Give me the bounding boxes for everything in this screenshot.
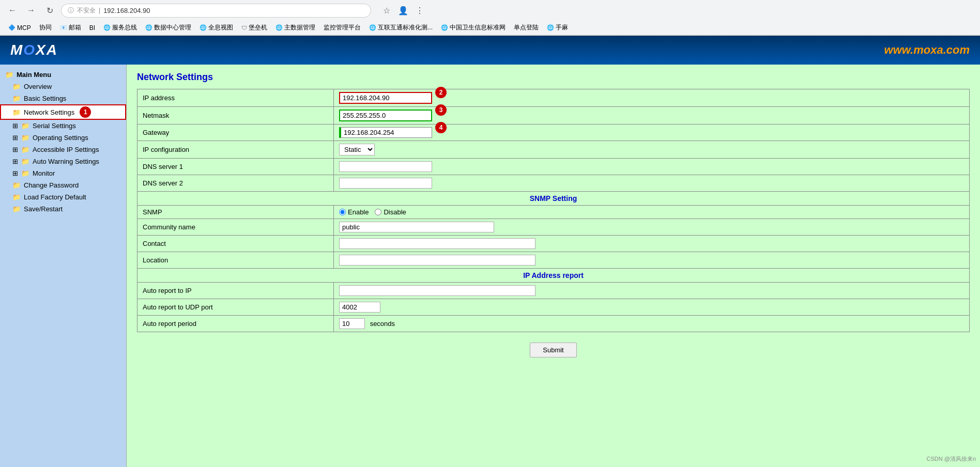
sidebar-item-save-restart[interactable]: 📁 Save/Restart	[0, 203, 126, 215]
auto-report-period-row: Auto report period seconds	[137, 316, 970, 332]
netmask-input[interactable]	[339, 110, 432, 121]
auto-report-ip-input[interactable]	[339, 285, 535, 296]
dns1-row: DNS server 1	[137, 159, 970, 175]
bookmark-bastion[interactable]: 🛡 堡垒机	[238, 22, 270, 33]
snmp-section-header: SNMP Setting	[137, 192, 970, 206]
snmp-enable-radio[interactable]	[339, 209, 346, 215]
dns2-input[interactable]	[339, 178, 432, 189]
contact-value-cell	[334, 236, 970, 252]
sidebar-label-serial: Serial Settings	[33, 122, 76, 130]
badge-2: 2	[435, 87, 447, 98]
bookmark-hologram[interactable]: 🌐 全息视图	[196, 22, 236, 33]
sidebar-label-overview: Overview	[24, 83, 52, 90]
ip-report-title: IP Address report	[137, 269, 970, 283]
address-bar[interactable]: ⓘ 不安全 | 192.168.204.90	[61, 4, 371, 18]
sidebar-item-serial-settings[interactable]: ⊞ 📁 Serial Settings	[0, 120, 126, 132]
sidebar-item-basic-settings[interactable]: 📁 Basic Settings	[0, 92, 126, 104]
sidebar-label-warning: Auto Warning Settings	[33, 158, 99, 165]
url-separator: |	[99, 7, 100, 14]
sidebar-item-change-password[interactable]: 📁 Change Password	[0, 179, 126, 191]
globe-icon-7: 🌐	[547, 24, 554, 31]
logo-accent: O	[23, 42, 36, 58]
dns2-value-cell	[334, 175, 970, 192]
auto-report-ip-label: Auto report to IP	[137, 283, 334, 299]
auto-report-udp-value-cell	[334, 299, 970, 316]
sidebar-item-accessible-ip[interactable]: ⊞ 📁 Accessible IP Settings	[0, 144, 126, 155]
community-row: Community name	[137, 219, 970, 236]
snmp-disable-radio[interactable]	[375, 209, 381, 215]
ip-config-value-cell: Static DHCP	[334, 141, 970, 159]
snmp-radio-group: Enable Disable	[339, 208, 964, 216]
folder-icon-operating: 📁	[21, 134, 29, 142]
contact-row: Contact	[137, 236, 970, 252]
back-button[interactable]: ←	[5, 3, 20, 18]
auto-report-period-input[interactable]	[339, 318, 365, 329]
security-icon: ⓘ	[68, 6, 74, 15]
bookmark-shouma-label: 手麻	[556, 23, 568, 32]
bookmark-datacenter[interactable]: 🌐 数据中心管理	[142, 22, 194, 33]
bookmark-hologram-label: 全息视图	[208, 23, 233, 32]
ip-address-row: IP address 2	[137, 89, 970, 107]
sidebar-item-monitor[interactable]: ⊞ 📁 Monitor	[0, 167, 126, 179]
community-input[interactable]	[339, 222, 494, 232]
sidebar-item-operating-settings[interactable]: ⊞ 📁 Operating Settings	[0, 132, 126, 144]
snmp-disable-label[interactable]: Disable	[375, 208, 406, 216]
forward-button[interactable]: →	[24, 3, 38, 18]
sidebar-item-auto-warning[interactable]: ⊞ 📁 Auto Warning Settings	[0, 155, 126, 167]
reload-button[interactable]: ↻	[42, 3, 57, 18]
bookmark-monitor[interactable]: 监控管理平台	[320, 22, 364, 33]
folder-icon-password: 📁	[12, 181, 21, 189]
globe-icon-2: 🌐	[145, 24, 152, 31]
dns1-input[interactable]	[339, 161, 432, 172]
bookmark-master-data[interactable]: 🌐 主数据管理	[272, 22, 318, 33]
ip-config-row: IP configuration Static DHCP	[137, 141, 970, 159]
ip-config-select[interactable]: Static DHCP	[339, 144, 375, 155]
sidebar-label-basic: Basic Settings	[24, 95, 66, 102]
main-content: Network Settings IP address 2 Netmask	[127, 65, 980, 467]
dns1-value-cell	[334, 159, 970, 175]
bookmark-datacenter-label: 数据中心管理	[154, 23, 191, 32]
bookmark-xietong[interactable]: 协同	[36, 22, 55, 33]
moxa-logo: MOXA	[10, 42, 58, 58]
sidebar-item-overview[interactable]: 📁 Overview	[0, 81, 126, 92]
ip-address-wrapper: 2	[339, 92, 432, 104]
bookmark-mcp[interactable]: 🔷 MCP	[5, 23, 34, 33]
auto-report-udp-input[interactable]	[339, 302, 380, 313]
bookmark-standard[interactable]: 🌐 互联互通标准化测...	[366, 22, 436, 33]
bookmark-email[interactable]: 📧 邮箱	[57, 22, 84, 33]
contact-input[interactable]	[339, 238, 535, 249]
location-label: Location	[137, 252, 334, 269]
bookmark-health-label: 中国卫生信息标准网	[450, 23, 506, 32]
content-inner: Network Settings IP address 2 Netmask	[127, 65, 980, 375]
gateway-row: Gateway 4	[137, 124, 970, 141]
bookmark-health[interactable]: 🌐 中国卫生信息标准网	[438, 22, 509, 33]
submit-button[interactable]: Submit	[530, 343, 576, 357]
bookmark-bi[interactable]: BI	[86, 23, 98, 33]
bookmark-service-bus[interactable]: 🌐 服务总线	[100, 22, 140, 33]
bookmark-sso[interactable]: 单点登陆	[511, 22, 542, 33]
expand-icon-warning: ⊞	[12, 158, 18, 165]
gateway-wrapper: 4	[339, 127, 432, 138]
sidebar-label-save: Save/Restart	[24, 205, 63, 213]
bookmark-master-data-label: 主数据管理	[284, 23, 315, 32]
folder-icon-factory: 📁	[12, 193, 21, 201]
ip-address-input[interactable]	[339, 92, 432, 104]
snmp-title: SNMP Setting	[137, 192, 970, 206]
sidebar-item-network-settings[interactable]: 📁 Network Settings 1	[0, 104, 126, 120]
browser-chrome: ← → ↻ ⓘ 不安全 | 192.168.204.90 ☆ 👤 ⋮ 🔷 MCP…	[0, 0, 980, 36]
snmp-value-cell: Enable Disable	[334, 206, 970, 219]
community-label: Community name	[137, 219, 334, 236]
bookmark-shouma[interactable]: 🌐 手麻	[544, 22, 571, 33]
moxa-header: MOXA www.moxa.com	[0, 36, 980, 65]
sidebar-item-load-factory[interactable]: 📁 Load Factory Default	[0, 191, 126, 203]
globe-icon-5: 🌐	[369, 24, 376, 31]
profile-button[interactable]: 👤	[396, 3, 410, 18]
snmp-enable-label[interactable]: Enable	[339, 208, 369, 216]
gateway-label: Gateway	[137, 124, 334, 141]
gateway-input[interactable]	[339, 127, 432, 138]
menu-button[interactable]: ⋮	[412, 3, 427, 18]
location-input[interactable]	[339, 255, 535, 266]
ip-report-section-header: IP Address report	[137, 269, 970, 283]
bookmark-star-button[interactable]: ☆	[379, 3, 394, 18]
snmp-enable-text: Enable	[348, 208, 369, 216]
